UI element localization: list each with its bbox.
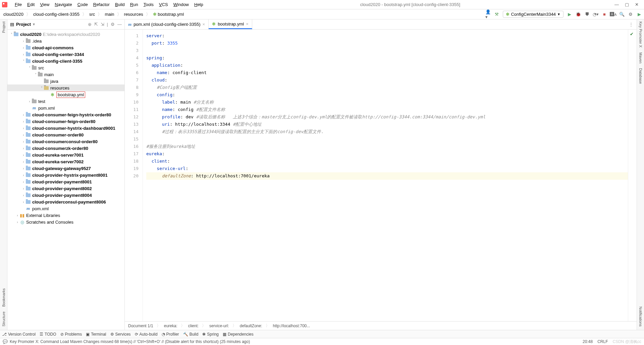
crumb[interactable]: cloud2020 <box>2 11 25 17</box>
tab-close-icon[interactable]: × <box>203 22 205 27</box>
tree-item[interactable]: ›cloud-eureka-server7001 <box>7 152 124 158</box>
tree-item[interactable]: ˅main <box>7 71 124 78</box>
right-tab-maven[interactable]: Maven <box>639 52 643 63</box>
menu-refactor[interactable]: Refactor <box>91 1 112 8</box>
menu-navigate[interactable]: Navigate <box>52 1 74 8</box>
editor-tab[interactable]: mpom.xml (cloud-config-client-3355)× <box>125 19 209 29</box>
doc-crumb[interactable]: defaultZone: <box>240 324 262 328</box>
doc-crumb[interactable]: http://localhost:700... <box>273 324 310 328</box>
tree-item[interactable]: mpom.xml <box>7 205 124 212</box>
bottom-tool-problems[interactable]: ⊘Problems <box>60 332 82 337</box>
tree-root[interactable]: ˅cloud2020E:\idea-workspace\cloud2020 <box>7 31 124 38</box>
expand-icon[interactable]: ⇱ <box>94 22 98 27</box>
menu-vcs[interactable]: VCS <box>156 1 171 8</box>
profile-icon[interactable]: ◔▾ <box>593 12 598 17</box>
inspection-strip[interactable]: ✔ <box>628 30 637 321</box>
tree-item[interactable]: ›cloud-providerconsul-payment8006 <box>7 198 124 205</box>
status-encoding[interactable]: CRLF <box>597 339 608 344</box>
minimize-icon[interactable]: — <box>614 2 619 7</box>
gear-icon[interactable]: ⚙ <box>111 22 115 27</box>
target-icon[interactable]: ⊕ <box>88 22 92 27</box>
menu-run[interactable]: Run <box>127 1 141 8</box>
tree-item[interactable]: ˅src <box>7 64 124 71</box>
tree-item[interactable]: ❃bootstrap.yml <box>7 91 124 98</box>
tree-item[interactable]: ›test <box>7 98 124 105</box>
menu-file[interactable]: File <box>12 1 24 8</box>
menu-build[interactable]: Build <box>112 1 127 8</box>
menu-help[interactable]: Help <box>192 1 206 8</box>
tree-item[interactable]: ˅resources <box>7 84 124 91</box>
bottom-tool-version-control[interactable]: ⎇Version Control <box>2 332 36 337</box>
menu-tools[interactable]: Tools <box>141 1 156 8</box>
crumb[interactable]: main <box>103 11 115 17</box>
editor-tab[interactable]: ❃bootstrap.yml× <box>209 19 252 29</box>
menu-view[interactable]: View <box>37 1 52 8</box>
doc-crumb[interactable]: Document 1/1 <box>128 324 153 328</box>
tree-item[interactable]: java <box>7 78 124 84</box>
tree-item[interactable]: ›cloud-provider-payment8001 <box>7 178 124 185</box>
tree-item[interactable]: ›cloud-provider-hystrix-payment8001 <box>7 172 124 178</box>
bottom-tool-services[interactable]: ⚙Services <box>110 332 131 337</box>
bottom-tool-spring[interactable]: ❃Spring <box>202 332 219 337</box>
stop-icon[interactable]: ■ <box>602 12 607 17</box>
tree-item[interactable]: ˅cloud-config-client-3355 <box>7 58 124 64</box>
tree-item[interactable]: ›cloud-gateway-gateway9527 <box>7 165 124 172</box>
project-tree[interactable]: ˅cloud2020E:\idea-workspace\cloud2020›.i… <box>7 30 124 330</box>
bottom-tool-dependencies[interactable]: ▦Dependencies <box>223 332 254 337</box>
menu-edit[interactable]: Edit <box>24 1 37 8</box>
bottom-tool-auto-build[interactable]: ⟳Auto-build <box>135 332 158 337</box>
tab-close-icon[interactable]: × <box>246 21 249 26</box>
left-tab-bookmarks[interactable]: Bookmarks <box>2 288 6 307</box>
tree-item[interactable]: ›cloud-consumer-feign-hystrix-order80 <box>7 111 124 118</box>
coverage-icon[interactable]: ⛊ <box>584 12 590 17</box>
close-icon[interactable]: ✕ <box>635 2 639 7</box>
right-tab-keypromoter[interactable]: Key Promoter X <box>639 21 643 48</box>
crumb[interactable]: src <box>88 11 96 17</box>
debug-icon[interactable]: 🐞 <box>576 12 581 17</box>
doc-crumb[interactable]: service-url: <box>209 324 229 328</box>
tree-item[interactable]: ›.idea <box>7 38 124 44</box>
menu-window[interactable]: Window <box>171 1 192 8</box>
crumb[interactable]: ❃ bootstrap.yml <box>152 11 185 17</box>
doc-crumb[interactable]: client: <box>188 324 199 328</box>
maximize-icon[interactable]: ▢ <box>625 2 629 7</box>
tree-item[interactable]: ›cloud-consumer-hystrix-dashboard9001 <box>7 125 124 131</box>
run-config-selector[interactable]: ❃ ConfigCenterMain3344 ▼ <box>503 11 564 18</box>
build-hammer-icon[interactable]: ⚒ <box>494 12 499 17</box>
tree-item[interactable]: ›▮▮External Libraries <box>7 212 124 219</box>
search-icon[interactable]: 🔍 <box>619 12 625 17</box>
doc-breadcrumb[interactable]: Document 1/1〉eureka:〉client:〉service-url… <box>125 321 637 330</box>
tree-item[interactable]: ›◎Scratches and Consoles <box>7 219 124 225</box>
bottom-tool-terminal[interactable]: ▣Terminal <box>86 332 106 337</box>
tree-item[interactable]: mpom.xml <box>7 105 124 111</box>
tree-item[interactable]: ›cloud-api-commons <box>7 44 124 51</box>
user-icon[interactable]: 👤▾ <box>485 12 491 17</box>
tree-item[interactable]: ›cloud-provider-payment8002 <box>7 185 124 192</box>
right-tab-database[interactable]: Database <box>639 68 643 84</box>
crumb[interactable]: resources <box>123 11 145 17</box>
doc-crumb[interactable]: eureka: <box>164 324 177 328</box>
notification-icon[interactable]: 💬 <box>3 339 8 344</box>
hide-icon[interactable]: — <box>117 22 122 27</box>
code-editor[interactable]: server: port: 3355 spring: application: … <box>143 30 628 321</box>
right-tab-notifications[interactable]: Notifications <box>639 306 643 327</box>
menu-code[interactable]: Code <box>75 1 91 8</box>
tree-item[interactable]: ›cloud-consumerzk-order80 <box>7 145 124 152</box>
bottom-tool-todo[interactable]: ☰TODO <box>40 332 56 337</box>
tree-item[interactable]: ›cloud-consumer-feign-order80 <box>7 118 124 125</box>
translate-icon[interactable]: 🅰ᴀ <box>610 12 616 17</box>
tabs-more-icon[interactable]: ⋮ <box>626 19 637 29</box>
tree-item[interactable]: ›cloud-consumer-order80 <box>7 131 124 138</box>
run-icon[interactable]: ▶ <box>567 12 572 17</box>
crumb[interactable]: cloud-config-client-3355 <box>32 11 81 17</box>
tree-item[interactable]: ›cloud-config-center-3344 <box>7 51 124 58</box>
settings-icon[interactable]: ⚙ <box>628 12 633 17</box>
tree-item[interactable]: ›cloud-consumerconsul-order80 <box>7 138 124 145</box>
left-tab-structure[interactable]: Structure <box>2 311 6 327</box>
bottom-tool-profiler[interactable]: ◔Profiler <box>162 332 179 337</box>
execute-icon[interactable]: ▶ <box>637 12 642 17</box>
collapse-icon[interactable]: ⇲ <box>101 22 104 27</box>
chevron-down-icon[interactable]: ▼ <box>32 22 36 26</box>
bottom-tool-build[interactable]: 🔨Build <box>183 332 199 337</box>
left-tab-project[interactable]: Project <box>2 21 6 33</box>
